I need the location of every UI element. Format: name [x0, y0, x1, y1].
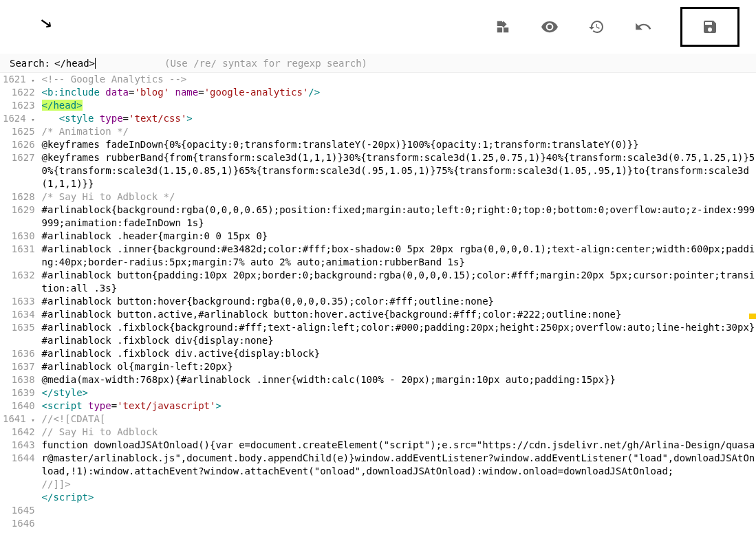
eye-icon[interactable] [540, 17, 559, 36]
code-line: #arlinablock button{padding:10px 20px;bo… [42, 269, 756, 295]
code-line: // Say Hi to Adblock [42, 426, 756, 439]
code-line: #arlinablock .fixblock{background:#fff;t… [42, 321, 756, 334]
search-input[interactable]: </head> [54, 58, 95, 69]
code-line: @keyframes fadeInDown{0%{opacity:0;trans… [42, 138, 756, 151]
code-line: <style type='text/css'> [42, 112, 756, 125]
code-line: </script> [42, 491, 756, 504]
code-line: function downloadJSAtOnload(){var e=docu… [42, 439, 756, 478]
save-button[interactable] [680, 7, 739, 47]
code-line: <script type='text/javascript'> [42, 399, 756, 413]
code-line: #arlinablock .fixblock div{display:none} [42, 334, 756, 347]
toolbar [0, 0, 756, 54]
code-line: //]]> [42, 478, 756, 491]
code-line: #arlinablock ol{margin-left:20px} [42, 360, 756, 373]
search-cursor [95, 58, 96, 69]
code-line: /* Animation */ [42, 125, 756, 138]
line-gutter: 1621162216231624162516261627162816291630… [0, 73, 39, 537]
search-label: Search: [10, 58, 50, 69]
code-line: </head> [42, 99, 756, 112]
code-line: #arlinablock button:hover{background:rgb… [42, 295, 756, 308]
code-line: <!-- Google Analytics --> [42, 74, 187, 85]
code-line: #arlinablock .inner{background:#e3482d;c… [42, 243, 756, 269]
undo-icon[interactable] [634, 17, 653, 36]
code-line: #arlinablock .fixblock div.active{displa… [42, 347, 756, 360]
code-line: /* Say Hi to Adblock */ [42, 190, 756, 204]
code-line: #arlinablock .header{margin:0 0 15px 0} [42, 230, 756, 243]
code-line: //<![CDATA[ [42, 413, 756, 426]
search-hint: (Use /re/ syntax for regexp search) [164, 58, 367, 69]
history-icon[interactable] [587, 17, 606, 36]
code-line: @media(max-width:768px){#arlinablock .in… [42, 373, 756, 386]
scroll-search-marker [749, 314, 756, 319]
code-line: </style> [42, 386, 756, 399]
widgets-icon[interactable] [493, 17, 512, 36]
code-line: #arlinablock button.active,#arlinablock … [42, 308, 756, 321]
code-line: @keyframes rubberBand{from{transform:sca… [42, 151, 756, 190]
code-line: <b:include data='blog' name='google-anal… [42, 86, 756, 99]
code-editor[interactable]: 1621162216231624162516261627162816291630… [0, 73, 756, 537]
code-area[interactable]: <!-- Google Analytics --> <b:include dat… [39, 73, 756, 537]
code-line: #arlinablock{background:rgba(0,0,0,0.65)… [42, 204, 756, 230]
search-bar: Search: </head> (Use /re/ syntax for reg… [0, 54, 756, 73]
